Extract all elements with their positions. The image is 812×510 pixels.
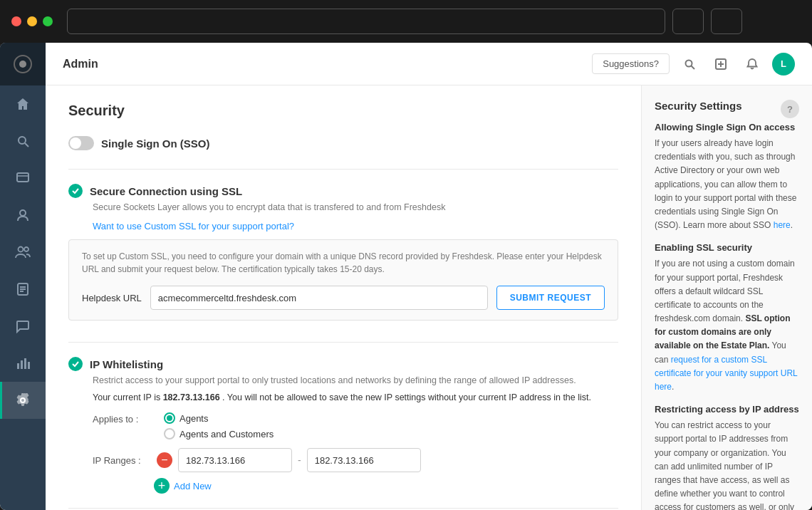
svg-line-17 (692, 66, 695, 69)
minimize-button[interactable] (27, 16, 37, 26)
ip-remove-button[interactable]: − (157, 452, 172, 468)
helpdesk-label: Helpdesk URL (82, 293, 142, 303)
app-container: Admin Suggestions? L (0, 43, 812, 510)
ip-section: IP Whitelisting Restrict access to your … (68, 357, 618, 509)
sidebar-item-settings[interactable] (0, 382, 46, 419)
radio-group: Agents Agents and Customers (164, 412, 274, 439)
sidebar-item-search[interactable] (0, 123, 46, 160)
sso-title: Single Sign On (SSO) (101, 137, 210, 150)
titlebar-btn-1[interactable] (672, 9, 704, 34)
ssl-title: Secure Connection using SSL (90, 185, 242, 197)
radio-label-agents: Agents (179, 413, 208, 424)
ip-from-input[interactable] (178, 448, 292, 472)
add-new-label[interactable]: Add New (174, 481, 212, 491)
main-content: Security Single Sign On (SSO) (46, 85, 641, 510)
ssl-header: Secure Connection using SSL (68, 184, 618, 198)
content-wrapper: Security Single Sign On (SSO) (46, 85, 812, 510)
help-button[interactable]: ? (781, 100, 799, 118)
right-panel: Security Settings ? Allowing Single Sign… (641, 85, 812, 510)
ssl-bold-text: SSL option for custom domains are only a… (655, 313, 791, 350)
panel-sso-text: If your users already have login credent… (655, 137, 799, 232)
svg-rect-4 (17, 173, 28, 182)
add-icon[interactable] (709, 53, 732, 76)
add-new-button[interactable]: + (154, 478, 170, 494)
ip-applies-row: Applies to : Agents Agents and Customers (93, 412, 618, 439)
svg-rect-13 (21, 360, 23, 369)
sso-section: Single Sign On (SSO) (68, 136, 618, 170)
ssl-toggle[interactable] (68, 184, 83, 198)
radio-dot-agents (164, 412, 175, 424)
ip-range-dash: - (298, 454, 301, 466)
ssl-description: Secure Sockets Layer allows you to encry… (93, 202, 618, 212)
sso-link[interactable]: here (774, 220, 791, 230)
titlebar (0, 0, 812, 43)
header-title: Admin (63, 58, 583, 71)
notification-icon[interactable] (741, 53, 764, 76)
sidebar-item-knowledge[interactable] (0, 271, 46, 308)
radio-label-agents-customers: Agents and Customers (179, 429, 274, 439)
radio-dot-agents-customers (164, 428, 175, 439)
ssl-form: Helpdesk URL SUBMIT REQUEST (82, 286, 605, 310)
titlebar-btn-2[interactable] (711, 9, 742, 34)
svg-rect-15 (28, 362, 30, 369)
submit-request-button[interactable]: SUBMIT REQUEST (496, 286, 605, 310)
sidebar-logo (0, 43, 46, 85)
panel-title: Security Settings (655, 100, 799, 112)
ssl-box: To set up Custom SSL, you need to config… (68, 239, 618, 321)
sidebar-item-contacts[interactable] (0, 197, 46, 234)
svg-rect-14 (24, 358, 26, 369)
helpdesk-url-input[interactable] (150, 286, 488, 310)
svg-rect-12 (17, 363, 19, 369)
applies-to-label: Applies to : (93, 412, 164, 425)
ip-to-input[interactable] (307, 448, 421, 472)
panel-sso-title: Allowing Single Sign On access (655, 122, 799, 132)
ip-title: IP Whitelisting (90, 358, 163, 370)
ip-ranges-label: IP Ranges : (93, 455, 150, 466)
svg-point-16 (686, 60, 692, 66)
ip-toggle[interactable] (68, 357, 83, 371)
address-bar[interactable] (67, 9, 665, 34)
user-avatar[interactable]: L (772, 53, 795, 76)
add-new-row: + Add New (154, 478, 618, 494)
ip-description: Restrict access to your support portal t… (93, 375, 618, 385)
sidebar-item-groups[interactable] (0, 234, 46, 271)
suggestions-button[interactable]: Suggestions? (592, 53, 670, 74)
panel-ip-title: Restricting access by IP address (655, 404, 799, 415)
svg-point-7 (24, 247, 28, 251)
sso-toggle-knob (70, 137, 81, 149)
svg-point-5 (20, 210, 26, 216)
svg-point-2 (19, 137, 26, 144)
close-button[interactable] (11, 16, 21, 26)
main-area: Admin Suggestions? L (46, 43, 812, 510)
ssl-box-text: To set up Custom SSL, you need to config… (82, 250, 605, 276)
sidebar-item-chat[interactable] (0, 308, 46, 345)
ssl-section: Secure Connection using SSL Secure Socke… (68, 184, 618, 343)
panel-ssl-title: Enabling SSL security (655, 242, 799, 253)
ip-header: IP Whitelisting (68, 357, 618, 371)
panel-ip-text: You can restrict access to your support … (655, 419, 799, 510)
ip-warning-ip: 182.73.13.166 (163, 392, 220, 402)
maximize-button[interactable] (43, 16, 53, 26)
sso-toggle[interactable] (68, 136, 94, 150)
ip-warning: Your current IP is 182.73.13.166 . You w… (93, 392, 618, 402)
radio-agents-customers[interactable]: Agents and Customers (164, 428, 274, 439)
sidebar-item-home[interactable] (0, 85, 46, 123)
svg-point-1 (19, 61, 26, 68)
sso-header: Single Sign On (SSO) (68, 136, 618, 150)
sidebar (0, 43, 46, 510)
sidebar-item-tickets[interactable] (0, 160, 46, 197)
traffic-lights (11, 16, 53, 26)
page-title: Security (68, 103, 618, 119)
ip-range-inputs: − - (157, 448, 421, 472)
svg-point-6 (19, 247, 24, 252)
header: Admin Suggestions? L (46, 43, 812, 85)
custom-ssl-link[interactable]: Want to use Custom SSL for your support … (93, 221, 294, 231)
sidebar-item-analytics[interactable] (0, 345, 46, 382)
svg-line-3 (25, 143, 28, 147)
panel-ssl-text: If you are not using a custom domain for… (655, 257, 799, 394)
ip-ranges-row: IP Ranges : − - (93, 448, 618, 472)
radio-agents[interactable]: Agents (164, 412, 274, 424)
search-icon[interactable] (678, 53, 701, 76)
ssl-request-link[interactable]: request for a custom SSL certificate for… (655, 355, 797, 392)
